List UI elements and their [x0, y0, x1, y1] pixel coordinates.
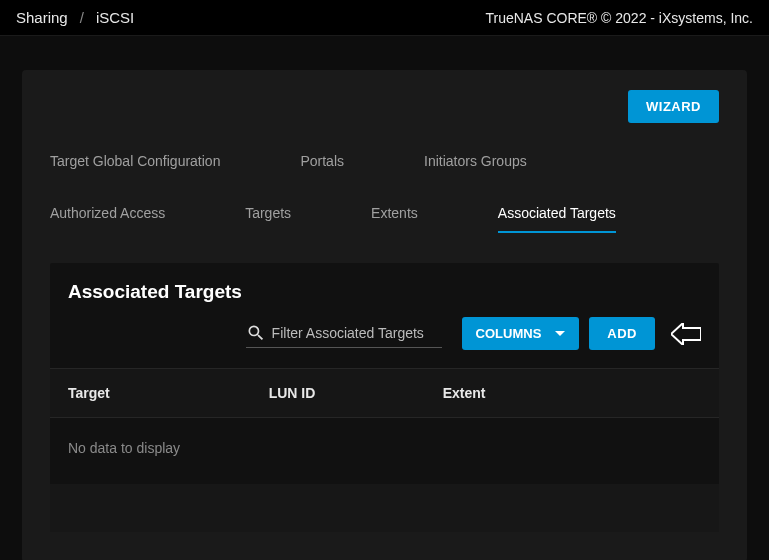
main-card: WIZARD Target Global Configuration Porta… — [22, 70, 747, 560]
tabs: Target Global Configuration Portals Init… — [50, 141, 719, 233]
wizard-button[interactable]: WIZARD — [628, 90, 719, 123]
columns-button-label: COLUMNS — [476, 326, 542, 341]
columns-button[interactable]: COLUMNS — [462, 317, 580, 350]
tab-target-global-configuration[interactable]: Target Global Configuration — [50, 141, 220, 181]
tab-associated-targets[interactable]: Associated Targets — [498, 193, 616, 233]
tab-targets[interactable]: Targets — [245, 193, 291, 233]
associated-targets-panel: Associated Targets COLUMNS ADD — [50, 263, 719, 532]
add-button[interactable]: ADD — [589, 317, 655, 350]
breadcrumb-root[interactable]: Sharing — [16, 9, 68, 26]
column-header-lun-id[interactable]: LUN ID — [251, 369, 425, 417]
search-input[interactable] — [272, 325, 442, 341]
breadcrumb: Sharing / iSCSI — [16, 9, 134, 26]
column-header-extent[interactable]: Extent — [425, 369, 659, 417]
arrow-left-icon — [671, 323, 701, 345]
empty-state: No data to display — [50, 418, 719, 478]
tab-initiators-groups[interactable]: Initiators Groups — [424, 141, 527, 181]
tab-extents[interactable]: Extents — [371, 193, 418, 233]
panel-footer — [50, 484, 719, 532]
column-header-actions — [659, 369, 719, 417]
tab-portals[interactable]: Portals — [300, 141, 344, 181]
tab-authorized-access[interactable]: Authorized Access — [50, 193, 165, 233]
breadcrumb-separator: / — [80, 9, 84, 26]
search-field[interactable] — [246, 319, 442, 348]
copyright-text: TrueNAS CORE® © 2022 - iXsystems, Inc. — [485, 10, 753, 26]
topbar: Sharing / iSCSI TrueNAS CORE® © 2022 - i… — [0, 0, 769, 36]
chevron-down-icon — [555, 331, 565, 336]
column-header-target[interactable]: Target — [50, 369, 251, 417]
table-header: Target LUN ID Extent — [50, 368, 719, 418]
search-icon — [246, 323, 266, 343]
panel-title: Associated Targets — [68, 281, 242, 303]
breadcrumb-current: iSCSI — [96, 9, 134, 26]
